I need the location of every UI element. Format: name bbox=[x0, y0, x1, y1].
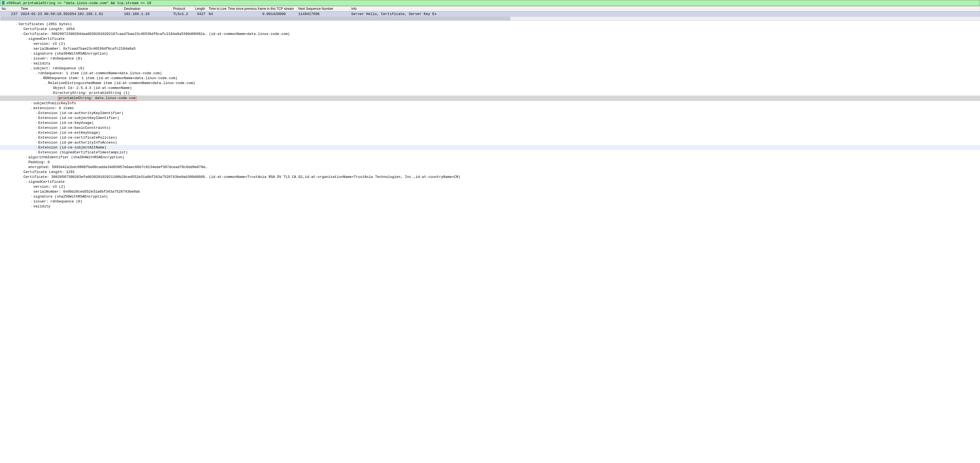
node-issuer-2[interactable]: ›issuer: rdnSequence (0) bbox=[0, 199, 980, 204]
chevron-right-icon[interactable]: › bbox=[30, 204, 33, 209]
node-certificate-2[interactable]: ⌄Certificate: 30820507308203efa003020102… bbox=[0, 174, 980, 179]
node-rdnitem[interactable]: ⌄RDNSequence item: 1 item (id-at-commonN… bbox=[0, 76, 980, 81]
node-version-2[interactable]: version: v3 (2) bbox=[0, 184, 980, 189]
chevron-right-icon[interactable]: › bbox=[30, 101, 33, 106]
node-version-1[interactable]: version: v3 (2) bbox=[0, 41, 980, 46]
node-signature-2[interactable]: ›signature (sha256WithRSAEncryption) bbox=[0, 194, 980, 199]
node-certificate-1[interactable]: ⌄Certificate: 30820672308204daa003020102… bbox=[0, 32, 980, 36]
node-ext-cp[interactable]: ›Extension (id-ce-certificatePolicies) bbox=[0, 135, 980, 140]
col-no[interactable]: No. bbox=[0, 6, 8, 11]
hscrollbar[interactable] bbox=[0, 16, 980, 21]
chevron-down-icon[interactable]: ⌄ bbox=[40, 76, 43, 81]
node-ext-bc[interactable]: ›Extension (id-ce-basicConstraints) bbox=[0, 125, 980, 130]
highlight-box: printableString: data.linux-code.com bbox=[58, 95, 136, 101]
chevron-right-icon[interactable]: › bbox=[35, 121, 38, 125]
node-certificates[interactable]: ⌄Certificates (2951 bytes) bbox=[0, 22, 980, 27]
cell-seq: 1149417696 bbox=[297, 12, 350, 16]
node-spki[interactable]: ›subjectPublicKeyInfo bbox=[0, 101, 980, 106]
node-algid[interactable]: ›algorithmIdentifier (sha384WithRSAEncry… bbox=[0, 155, 980, 160]
node-subject-1[interactable]: ⌄subject: rdnSequence (0) bbox=[0, 66, 980, 71]
chevron-down-icon[interactable]: ⌄ bbox=[25, 36, 28, 41]
chevron-right-icon[interactable]: › bbox=[30, 51, 33, 56]
chevron-down-icon[interactable]: ⌄ bbox=[15, 22, 18, 27]
node-printablestring[interactable]: printableString: data.linux-code.com bbox=[0, 95, 980, 101]
node-cert-length-2[interactable]: Certificate Length: 1291 bbox=[0, 170, 980, 174]
node-signedcert-2[interactable]: ⌄signedCertificate bbox=[0, 179, 980, 184]
cell-delta: 0.001420000 bbox=[226, 12, 297, 16]
chevron-right-icon[interactable]: › bbox=[25, 155, 28, 160]
node-cert-length-1[interactable]: Certificate Length: 1654 bbox=[0, 27, 980, 32]
node-directorystring[interactable]: ⌄DirectoryString: printableString (1) bbox=[0, 90, 980, 95]
chevron-right-icon[interactable]: › bbox=[30, 61, 33, 66]
col-ttl[interactable]: Time to Live bbox=[207, 6, 226, 11]
chevron-right-icon[interactable]: › bbox=[35, 116, 38, 121]
col-len[interactable]: Length bbox=[193, 6, 207, 11]
node-ext-san[interactable]: ›Extension (id-ce-subjectAltName) bbox=[0, 145, 980, 150]
packet-details-tree[interactable]: ⌄Certificates (2951 bytes) Certificate L… bbox=[0, 21, 980, 209]
hscroll-thumb[interactable] bbox=[0, 17, 510, 20]
chevron-down-icon[interactable]: ⌄ bbox=[35, 71, 38, 76]
node-rdnseq[interactable]: ⌄rdnSequence: 1 item (id-at-commonName=d… bbox=[0, 71, 980, 76]
cell-len: 3427 bbox=[193, 12, 207, 16]
node-rdname[interactable]: ⌄RelativeDistinguishedName item (id-at-c… bbox=[0, 81, 980, 86]
filter-text[interactable]: x509sat.printableString == "data.linux-c… bbox=[6, 1, 978, 5]
col-delta[interactable]: Time since previous frame in this TCP st… bbox=[226, 6, 297, 11]
node-ext-aia[interactable]: ›Extension (id-pe-authorityInfoAccess) bbox=[0, 140, 980, 145]
cell-no: 237 bbox=[8, 12, 19, 16]
col-dst[interactable]: Destination bbox=[123, 6, 172, 11]
node-objectid[interactable]: Object Id: 2.5.4.3 (id-at-commonName) bbox=[0, 86, 980, 90]
cell-time: 2024-01-23 00:59:10.592654 bbox=[19, 12, 76, 16]
node-serial-1[interactable]: serialNumber: 0x7caad7bae23c46536df6cafc… bbox=[0, 46, 980, 51]
chevron-right-icon[interactable]: › bbox=[35, 135, 38, 140]
node-ext-akid[interactable]: ›Extension (id-ce-authorityKeyIdentifier… bbox=[0, 111, 980, 116]
node-ext-ku[interactable]: ›Extension (id-ce-keyUsage) bbox=[0, 121, 980, 125]
chevron-right-icon[interactable]: › bbox=[30, 194, 33, 199]
cell-info: Server Hello, Certificate, Server Key Ex bbox=[350, 12, 980, 16]
node-signature-1[interactable]: ›signature (sha384WithRSAEncryption) bbox=[0, 51, 980, 56]
node-validity-1[interactable]: ›validity bbox=[0, 61, 980, 66]
packet-list-header: No. Time Source Destination Protocol Len… bbox=[0, 6, 980, 11]
node-padding[interactable]: Padding: 0 bbox=[0, 160, 980, 165]
col-seq[interactable]: Next Sequence Number bbox=[297, 6, 350, 11]
col-info[interactable]: Info bbox=[350, 6, 980, 11]
chevron-down-icon[interactable]: ⌄ bbox=[20, 32, 23, 36]
chevron-down-icon[interactable]: ⌄ bbox=[30, 66, 33, 71]
cell-proto: TLSv1.2 bbox=[172, 12, 193, 16]
chevron-down-icon[interactable]: ⌄ bbox=[45, 81, 48, 86]
chevron-right-icon[interactable]: › bbox=[35, 111, 38, 116]
node-encrypted[interactable]: encrypted: 5993d42a1bdc0906fbe00cadda34d… bbox=[0, 165, 980, 170]
chevron-right-icon[interactable]: › bbox=[35, 145, 38, 150]
chevron-right-icon[interactable]: › bbox=[35, 130, 38, 135]
node-ext-skid[interactable]: ›Extension (id-ce-subjectKeyIdentifier) bbox=[0, 116, 980, 121]
chevron-right-icon[interactable]: › bbox=[35, 150, 38, 155]
node-signedcert-1[interactable]: ⌄signedCertificate bbox=[0, 36, 980, 41]
node-extensions[interactable]: ⌄extensions: 9 items bbox=[0, 106, 980, 111]
chevron-down-icon[interactable]: ⌄ bbox=[20, 174, 23, 179]
packet-row[interactable]: 237 2024-01-23 00:59:10.592654 192.168.1… bbox=[0, 11, 980, 16]
chevron-down-icon[interactable]: ⌄ bbox=[50, 90, 52, 95]
col-src[interactable]: Source bbox=[76, 6, 123, 11]
node-validity-2[interactable]: ›validity bbox=[0, 204, 980, 209]
cell-src: 192.168.1.81 bbox=[76, 12, 123, 16]
cell-ttl: 64 bbox=[207, 12, 226, 16]
display-filter-bar[interactable]: x509sat.printableString == "data.linux-c… bbox=[0, 0, 980, 6]
node-serial-2[interactable]: serialNumber: 0x00b20ced552e31a0bf343a75… bbox=[0, 189, 980, 194]
col-time[interactable]: Time bbox=[19, 6, 76, 11]
chevron-down-icon[interactable]: ⌄ bbox=[30, 106, 33, 111]
chevron-right-icon[interactable]: › bbox=[30, 199, 33, 204]
node-issuer-1[interactable]: ›issuer: rdnSequence (0) bbox=[0, 56, 980, 61]
chevron-right-icon[interactable]: › bbox=[35, 140, 38, 145]
node-ext-eku[interactable]: ›Extension (id-ce-extKeyUsage) bbox=[0, 130, 980, 135]
chevron-right-icon[interactable]: › bbox=[30, 56, 33, 61]
col-proto[interactable]: Protocol bbox=[172, 6, 193, 11]
bookmark-icon[interactable] bbox=[2, 1, 5, 5]
chevron-down-icon[interactable]: ⌄ bbox=[25, 179, 28, 184]
chevron-right-icon[interactable]: › bbox=[35, 125, 38, 130]
node-ext-sct[interactable]: ›Extension (SignedCertificateTimestampLi… bbox=[0, 150, 980, 155]
cell-dst: 192.168.1.18 bbox=[123, 12, 172, 16]
